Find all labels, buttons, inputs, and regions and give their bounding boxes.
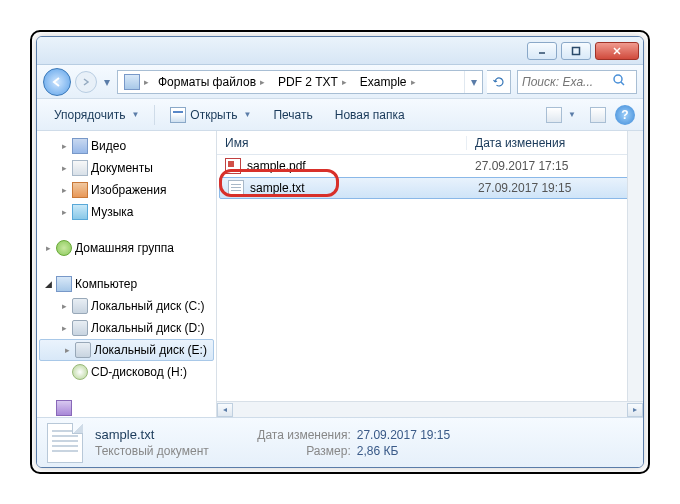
status-date-label: Дата изменения: [241, 428, 351, 442]
toolbar: Упорядочить▼ Открыть▼ Печать Новая папка… [37, 99, 643, 131]
tree-disk-c[interactable]: ▸Локальный диск (C:) [37, 295, 216, 317]
svg-point-4 [614, 75, 622, 83]
status-filetype: Текстовый документ [95, 444, 209, 458]
open-button[interactable]: Открыть▼ [161, 103, 260, 127]
search-box[interactable] [517, 70, 637, 94]
breadcrumb-pdf2txt[interactable]: PDF 2 TXT▸ [272, 71, 354, 93]
file-list: Имя Дата изменения sample.pdf 27.09.2017… [217, 131, 643, 417]
address-bar[interactable]: ▸ Форматы файлов▸ PDF 2 TXT▸ Example▸ ▾ [117, 70, 483, 94]
images-icon [72, 182, 88, 198]
tree-video[interactable]: ▸Видео [37, 135, 216, 157]
music-icon [72, 204, 88, 220]
preview-pane-button[interactable] [585, 103, 611, 127]
refresh-button[interactable] [487, 70, 511, 94]
status-filename: sample.txt [95, 427, 209, 442]
status-date-value: 27.09.2017 19:15 [357, 428, 450, 442]
tree-images[interactable]: ▸Изображения [37, 179, 216, 201]
nav-history-dropdown[interactable]: ▾ [101, 71, 113, 93]
homegroup-icon [56, 240, 72, 256]
preview-icon [590, 107, 606, 123]
column-name[interactable]: Имя [217, 136, 467, 150]
tree-more[interactable] [37, 397, 216, 417]
view-mode-button[interactable]: ▼ [541, 103, 581, 127]
lib-icon [56, 400, 72, 416]
breadcrumb-root-icon[interactable]: ▸ [118, 71, 152, 93]
toolbar-divider [154, 105, 155, 125]
column-date[interactable]: Дата изменения [467, 136, 643, 150]
breadcrumb-formats[interactable]: Форматы файлов▸ [152, 71, 272, 93]
drive-icon [75, 342, 91, 358]
status-file-icon [47, 423, 83, 463]
svg-rect-1 [573, 47, 580, 54]
video-icon [72, 138, 88, 154]
tree-cd-h[interactable]: CD-дисковод (H:) [37, 361, 216, 383]
close-button[interactable] [595, 42, 639, 60]
new-folder-button[interactable]: Новая папка [326, 103, 414, 127]
nav-tree: ▸Видео ▸Документы ▸Изображения ▸Музыка ▸… [37, 131, 217, 417]
titlebar [37, 37, 643, 65]
status-size-value: 2,86 КБ [357, 444, 399, 458]
v-scrollbar[interactable] [627, 131, 643, 401]
file-row[interactable]: sample.pdf 27.09.2017 17:15 [217, 155, 643, 177]
tree-computer[interactable]: ◢Компьютер [37, 273, 216, 295]
nav-forward-button[interactable] [75, 71, 97, 93]
status-bar: sample.txt Текстовый документ Дата измен… [37, 417, 643, 467]
tree-music[interactable]: ▸Музыка [37, 201, 216, 223]
search-icon [612, 73, 626, 90]
file-date: 27.09.2017 19:15 [470, 181, 640, 195]
minimize-button[interactable] [527, 42, 557, 60]
drive-icon [72, 320, 88, 336]
column-headers: Имя Дата изменения [217, 131, 643, 155]
computer-icon [56, 276, 72, 292]
svg-line-5 [621, 82, 624, 85]
help-button[interactable]: ? [615, 105, 635, 125]
breadcrumb-example[interactable]: Example▸ [354, 71, 423, 93]
open-icon [170, 107, 186, 123]
nav-back-button[interactable] [43, 68, 71, 96]
file-date: 27.09.2017 17:15 [467, 159, 643, 173]
maximize-button[interactable] [561, 42, 591, 60]
file-name: sample.pdf [247, 159, 306, 173]
search-input[interactable] [522, 75, 612, 89]
cd-icon [72, 364, 88, 380]
drive-icon [72, 298, 88, 314]
view-icon [546, 107, 562, 123]
h-scrollbar[interactable]: ◂▸ [217, 401, 643, 417]
nav-row: ▾ ▸ Форматы файлов▸ PDF 2 TXT▸ Example▸ … [37, 65, 643, 99]
txt-icon [228, 180, 244, 196]
file-row[interactable]: sample.txt 27.09.2017 19:15 [219, 177, 641, 199]
organize-button[interactable]: Упорядочить▼ [45, 103, 148, 127]
status-size-label: Размер: [241, 444, 351, 458]
address-dropdown[interactable]: ▾ [464, 71, 482, 93]
print-button[interactable]: Печать [264, 103, 321, 127]
documents-icon [72, 160, 88, 176]
pdf-icon [225, 158, 241, 174]
tree-disk-e[interactable]: ▸Локальный диск (E:) [39, 339, 214, 361]
tree-homegroup[interactable]: ▸Домашняя группа [37, 237, 216, 259]
tree-disk-d[interactable]: ▸Локальный диск (D:) [37, 317, 216, 339]
file-name: sample.txt [250, 181, 305, 195]
tree-documents[interactable]: ▸Документы [37, 157, 216, 179]
